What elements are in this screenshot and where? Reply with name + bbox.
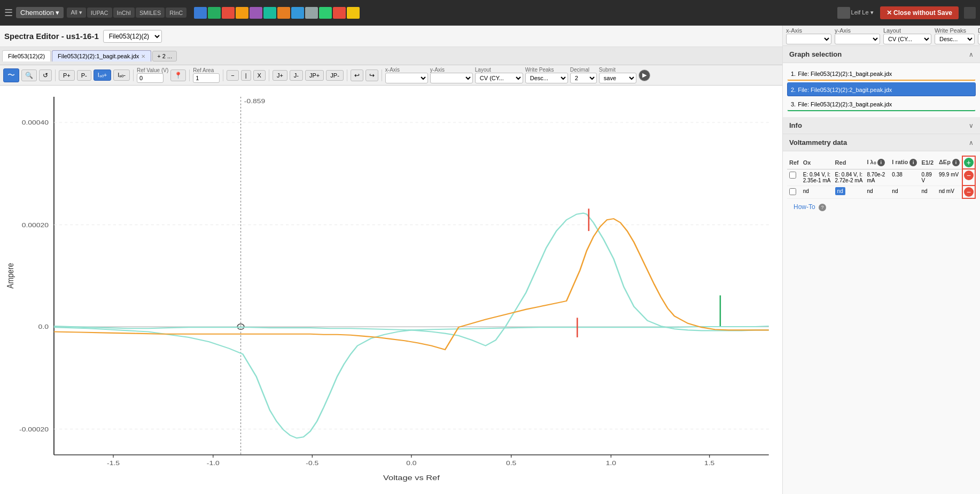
- table-row: nd nd nd nd nd nd mV −: [787, 186, 975, 198]
- j-plus-btn[interactable]: J+: [273, 70, 287, 81]
- x-btn[interactable]: X: [253, 70, 266, 81]
- rt-yaxis-select[interactable]: [835, 34, 880, 44]
- rt-write-peaks-select[interactable]: Desc...: [935, 34, 975, 44]
- pm-btn[interactable]: P-: [77, 70, 91, 81]
- svg-text:Ampere: Ampere: [5, 263, 15, 289]
- main-area: Spectra Editor - us1-16-1 File053(12)(2)…: [0, 26, 980, 494]
- ia0p-btn[interactable]: Iₐ₀+: [94, 70, 111, 81]
- tab-peak-jdx[interactable]: File053(12)(2):1_bagit.peak.jdx ✕: [52, 50, 151, 61]
- reset-btn[interactable]: ↺: [39, 70, 52, 81]
- svg-text:-0.5: -0.5: [306, 459, 318, 467]
- jp-plus-btn[interactable]: JP+: [305, 70, 324, 81]
- file-selector: File053(12)(2): [103, 30, 162, 43]
- submit-execute-btn[interactable]: ▶: [639, 70, 650, 81]
- row1-ia0: 8.70e-2 mA: [865, 169, 890, 186]
- nav-iupac-btn[interactable]: IUPAC: [87, 7, 112, 18]
- nav-all-btn[interactable]: All ▾: [67, 7, 85, 18]
- row2-dep: nd mV: [937, 186, 962, 198]
- iratio-info-icon[interactable]: i: [909, 159, 917, 166]
- rt-write-peaks-label: Write Peaks: [935, 27, 966, 34]
- bar-btn[interactable]: |: [241, 70, 251, 81]
- info-chevron: ∨: [969, 122, 974, 129]
- decimal-select[interactable]: 2: [570, 73, 597, 83]
- toolbar: 〜 🔍 ↺ P+ P- Iₐ₀+ Iₐ₀- Ref Value (V) 📍 Re…: [0, 65, 782, 86]
- voltammetry-header[interactable]: Voltammetry data ∧: [783, 134, 980, 151]
- rt-xaxis-select[interactable]: [786, 34, 831, 44]
- row2-ox: nd: [801, 186, 833, 198]
- rt-write-peaks-group: Write Peaks Desc...: [935, 27, 975, 44]
- jp-minus-btn[interactable]: JP-: [326, 70, 344, 81]
- minus-btn[interactable]: −: [227, 70, 238, 81]
- ia0-info-icon[interactable]: i: [877, 159, 885, 166]
- info-header[interactable]: Info ∨: [783, 117, 980, 134]
- delete-row1-btn[interactable]: −: [964, 171, 974, 180]
- layout-group: Layout CV (CY...: [475, 67, 523, 83]
- row1-red: E: 0.84 V, I: 2.72e-2 mA: [833, 169, 865, 186]
- tab-close-icon[interactable]: ✕: [141, 53, 145, 59]
- row1-iratio: 0.38: [890, 169, 919, 186]
- voltammetry-section: Voltammetry data ∧ Ref Ox Red I λ₀ i: [783, 134, 980, 220]
- brand-label[interactable]: Chemotion ▾: [16, 7, 64, 18]
- graph-selection-header[interactable]: Graph selection ∧: [783, 46, 980, 63]
- graph-item-2[interactable]: 2. File: File053(12)(2):2_bagit.peak.jdx: [787, 82, 976, 96]
- close-without-save-button[interactable]: ✕ Close without Save: [880, 6, 959, 19]
- voltammetry-content: Ref Ox Red I λ₀ i I ratio i E1/2: [783, 151, 980, 220]
- yaxis-select[interactable]: [430, 73, 473, 83]
- pin-btn[interactable]: 📍: [170, 70, 186, 81]
- howto-link[interactable]: How-To ?: [794, 203, 826, 211]
- voltammetry-table: Ref Ox Red I λ₀ i I ratio i E1/2: [787, 156, 976, 199]
- chart-area: 0.00040 0.00020 0.0 -0.00020 -1: [0, 86, 782, 494]
- graph-item-3[interactable]: 3. File: File053(12)(2):3_bagit.peak.jdx: [787, 98, 976, 111]
- tab-file053[interactable]: File053(12)(2): [2, 50, 51, 61]
- delete-row2-btn[interactable]: −: [964, 187, 974, 197]
- file-select[interactable]: File053(12)(2): [103, 30, 162, 43]
- info-title: Info: [789, 121, 802, 129]
- zoom-in-btn[interactable]: 🔍: [21, 70, 37, 81]
- zoom-btn[interactable]: 〜: [3, 68, 19, 82]
- svg-text:-0.00020: -0.00020: [19, 426, 49, 433]
- row2-ia0: nd: [865, 186, 890, 198]
- row2-actions: −: [962, 186, 975, 198]
- graph-selection-title: Graph selection: [789, 50, 842, 58]
- submit-label: Submit: [599, 67, 616, 73]
- layout-select[interactable]: CV (CY...: [475, 73, 523, 83]
- row2-ref-cell: [787, 186, 801, 198]
- xaxis-select[interactable]: [385, 73, 428, 83]
- write-peaks-select[interactable]: Desc...: [525, 73, 568, 83]
- ref-value-input[interactable]: [137, 73, 164, 83]
- graph-item-1[interactable]: 1. File: File053(12)(2):1_bagit.peak.jdx: [787, 67, 976, 81]
- dep-info-icon[interactable]: i: [952, 159, 960, 166]
- nav-smiles-btn[interactable]: SMILES: [136, 7, 165, 18]
- rt-decimal-group: Decimal 2: [978, 27, 980, 44]
- nav-inchi-btn[interactable]: InChI: [113, 7, 135, 18]
- ia0m-btn[interactable]: Iₐ₀-: [113, 70, 130, 81]
- col-iratio: I ratio i: [890, 156, 919, 169]
- layout-label: Layout: [475, 67, 491, 73]
- hamburger-icon[interactable]: ☰: [4, 7, 13, 19]
- rt-layout-select[interactable]: CV (CY...: [883, 34, 931, 44]
- j-minus-btn[interactable]: J-: [290, 70, 303, 81]
- ref-area-input[interactable]: [193, 73, 220, 83]
- graph-label-3: File: File053(12)(2):3_bagit.peak.jdx: [798, 101, 892, 107]
- row2-ref-checkbox[interactable]: [789, 188, 796, 195]
- row2-red: nd: [833, 186, 865, 198]
- tab-more[interactable]: + 2 ...: [152, 51, 177, 61]
- row1-ref-checkbox[interactable]: [789, 172, 796, 179]
- add-row-btn[interactable]: +: [964, 158, 974, 167]
- decimal-label: Decimal: [570, 67, 589, 73]
- row2-iratio: nd: [890, 186, 919, 198]
- redo-btn[interactable]: ↪: [365, 70, 378, 81]
- write-peaks-group: Write Peaks Desc...: [525, 67, 568, 83]
- submit-select[interactable]: save: [599, 73, 636, 83]
- nav-buttons: All ▾ IUPAC InChI SMILES RInC: [67, 7, 186, 18]
- nav-rinc-btn[interactable]: RInC: [166, 7, 186, 18]
- undo-btn[interactable]: ↩: [351, 70, 363, 81]
- rt-decimal-select[interactable]: 2: [978, 34, 980, 44]
- pp-btn[interactable]: P+: [59, 70, 75, 81]
- svg-text:0.0: 0.0: [406, 459, 416, 467]
- extra-btn[interactable]: [964, 7, 976, 19]
- svg-text:1.5: 1.5: [704, 459, 714, 467]
- submit-group: Submit save: [599, 67, 636, 83]
- col-dep: ΔEp i: [937, 156, 962, 169]
- svg-text:-1.5: -1.5: [107, 459, 120, 467]
